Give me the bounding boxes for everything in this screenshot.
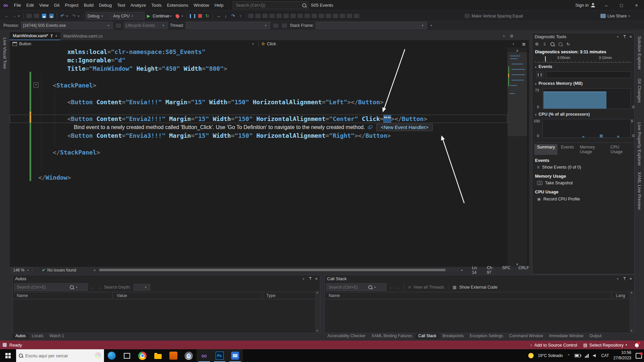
minimize-button[interactable]: –	[599, 0, 614, 10]
cpu-chart[interactable]: 100 0 100 0	[532, 118, 634, 138]
close-icon[interactable]: ×	[629, 34, 632, 39]
zoom-out-icon[interactable]	[558, 42, 562, 46]
menu-window[interactable]: Window	[191, 0, 212, 10]
column-header-value[interactable]: Value	[113, 292, 262, 299]
app-icon-round-blue[interactable]	[104, 349, 119, 362]
photoshop-icon[interactable]: Ps	[212, 349, 227, 362]
task-view-icon[interactable]	[119, 349, 135, 362]
designer-tool-icon[interactable]	[269, 14, 275, 18]
user-avatar-icon[interactable]	[591, 3, 595, 7]
side-tab-xaml-live-preview[interactable]: XAML Live Preview	[637, 172, 642, 210]
hot-reload-icon[interactable]	[174, 12, 181, 20]
code-line[interactable]	[10, 106, 507, 115]
live-share-button[interactable]: Live Share ▾	[600, 11, 632, 21]
designer-tool-icon[interactable]	[290, 14, 296, 18]
code-line[interactable]: Title="MainWindow" Height="450" Width="8…	[10, 64, 507, 73]
tab-group-settings-icon[interactable]: ⚙	[510, 34, 514, 39]
memory-section-header[interactable]: ▴Process Memory (MB)	[532, 79, 634, 87]
solution-platform-dropdown[interactable]: Any CPU▾	[111, 12, 145, 20]
select-repository-dropdown[interactable]: ▤ Select Repository ▾	[583, 343, 629, 348]
redo-chevron-icon[interactable]: ▾	[78, 14, 81, 18]
menu-help[interactable]: Help	[212, 0, 226, 10]
side-tab-live-visual-tree[interactable]: Live Visual Tree	[2, 38, 7, 69]
zoom-dropdown[interactable]: 146 %▾	[11, 267, 33, 273]
quick-search-input[interactable]	[235, 3, 302, 8]
designer-tool-icon[interactable]	[333, 14, 338, 18]
designer-tool-icon[interactable]	[347, 14, 352, 18]
network-icon[interactable]	[585, 354, 589, 358]
vertical-scrollbar[interactable]: ▲▼	[629, 291, 634, 333]
hscroll-right-icon[interactable]: ▸	[461, 268, 463, 272]
memory-chart[interactable]: 73 0 73 0	[532, 87, 634, 110]
search-next-icon[interactable]: →	[97, 285, 101, 290]
designer-tool-icon[interactable]	[312, 14, 317, 18]
zoom-in-icon[interactable]	[550, 42, 554, 46]
column-header-name[interactable]: Name	[325, 292, 612, 299]
hscroll-left-icon[interactable]: ◂	[94, 268, 95, 272]
panel-tab-call-stack[interactable]: Call Stack	[415, 333, 439, 339]
designer-tool-icon[interactable]	[354, 14, 359, 18]
space-mode-indicator[interactable]: SPC	[502, 265, 511, 275]
battery-icon[interactable]	[575, 354, 581, 357]
designer-tool-icon[interactable]	[255, 14, 261, 18]
code-line[interactable]: <Button Content="Envia2!!!" Margin="15" …	[10, 115, 507, 123]
close-icon[interactable]: ×	[315, 276, 318, 281]
sign-in-link[interactable]: Sign in	[575, 3, 589, 8]
panel-tab-command-window[interactable]: Command Window	[506, 333, 546, 339]
code-line[interactable]: <Button Content="Envia3!!!" Margin="15" …	[10, 131, 507, 140]
close-icon[interactable]: ×	[629, 276, 632, 281]
flag-threads-icon[interactable]	[272, 22, 279, 29]
undo-icon[interactable]: ↶	[59, 12, 66, 20]
scroll-up-icon[interactable]: ▲	[507, 48, 527, 52]
autos-search-box[interactable]: ▾	[14, 283, 88, 291]
code-line[interactable]	[10, 165, 507, 173]
issues-status[interactable]: No issues found	[47, 268, 76, 273]
volume-icon[interactable]	[593, 354, 597, 357]
navigate-back-icon[interactable]: ←	[3, 12, 10, 20]
element-dropdown[interactable]: Button ▾	[10, 40, 258, 48]
code-line[interactable]	[10, 140, 507, 148]
call-stack-search-input[interactable]	[328, 285, 366, 290]
menu-debug[interactable]: Debug	[96, 0, 114, 10]
tab-mainwindow-xaml[interactable]: MainWindow.xaml*×	[10, 32, 60, 40]
chrome-dark-icon[interactable]	[181, 349, 197, 362]
step-over-icon[interactable]: ↷	[230, 12, 236, 20]
record-cpu-item[interactable]: ◉ Record CPU Profile	[532, 195, 634, 202]
hot-reload-chevron-icon[interactable]: ▾	[181, 14, 185, 18]
close-icon[interactable]: ×	[55, 34, 57, 38]
stop-debugging-icon[interactable]	[197, 12, 203, 20]
code-line[interactable]	[10, 157, 507, 165]
menu-extensions[interactable]: Extensions	[164, 0, 191, 10]
panel-tab-xaml-binding-failures[interactable]: XAML Binding Failures	[368, 333, 415, 339]
designer-tool-icon[interactable]	[305, 14, 310, 18]
panel-tab-accessibility-checker[interactable]: Accessibility Checker	[324, 333, 368, 339]
code-line[interactable]: mc:Ignorable="d"	[10, 56, 507, 64]
step-into-icon[interactable]: ↓	[222, 12, 229, 20]
designer-tool-icon[interactable]	[276, 14, 282, 18]
events-timeline[interactable]	[546, 71, 631, 78]
search-options-chevron-icon[interactable]: ▾	[374, 286, 378, 289]
notifications-bell-icon[interactable]	[635, 343, 639, 347]
designer-tool-icon[interactable]	[248, 14, 254, 18]
take-snapshot-item[interactable]: Take Snapshot	[532, 180, 634, 186]
reset-view-icon[interactable]: ↻	[567, 42, 570, 47]
file-explorer-icon[interactable]	[150, 349, 166, 362]
panel-tab-exception-settings[interactable]: Exception Settings	[467, 333, 506, 339]
menu-tools[interactable]: Tools	[149, 0, 164, 10]
redo-icon[interactable]: ↷	[70, 12, 77, 20]
window-position-chevron-icon[interactable]: ▾	[617, 277, 620, 281]
call-stack-search-box[interactable]: ▾	[326, 283, 386, 291]
export-session-icon[interactable]: ⇩	[543, 42, 546, 47]
close-button[interactable]: ×	[629, 0, 644, 10]
cpu-section-header[interactable]: ▴CPU (% of all processors)	[532, 110, 634, 118]
panel-tab-watch-1[interactable]: Watch 1	[46, 333, 67, 339]
toolbar-overflow-chevron-icon[interactable]: ▾	[430, 24, 434, 27]
menu-file[interactable]: File	[11, 0, 24, 10]
action-center-icon[interactable]	[636, 353, 642, 359]
minimap-scrollbar[interactable]: ▲ ▼	[507, 48, 527, 267]
new-event-handler-popup[interactable]: <New Event Handler>	[376, 124, 433, 131]
continue-chevron-icon[interactable]: ▾	[170, 14, 173, 18]
new-file-icon[interactable]	[26, 12, 33, 20]
diag-tab-memory-usage[interactable]: Memory Usage	[577, 144, 607, 155]
lifecycle-events-dropdown[interactable]: Lifecycle Events▾	[124, 22, 168, 29]
